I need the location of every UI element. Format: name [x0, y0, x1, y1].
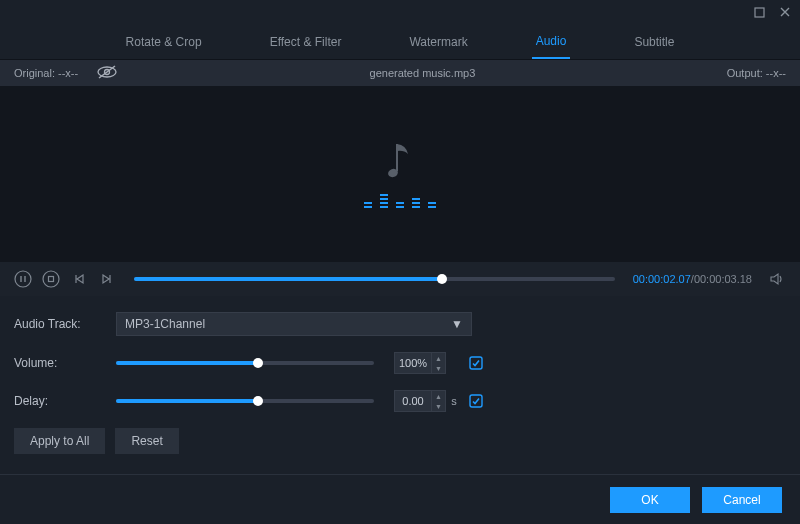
next-button[interactable] — [98, 270, 116, 288]
delay-value: 0.00 — [395, 395, 431, 407]
tab-watermark[interactable]: Watermark — [405, 26, 471, 58]
volume-down-arrow[interactable]: ▼ — [432, 363, 445, 373]
close-button[interactable] — [778, 5, 792, 19]
ok-button[interactable]: OK — [610, 487, 690, 513]
maximize-button[interactable] — [752, 5, 766, 19]
duration: 00:00:03.18 — [694, 273, 752, 285]
original-label: Original: --x-- — [14, 67, 78, 79]
music-note-icon — [386, 141, 414, 184]
volume-up-arrow[interactable]: ▲ — [432, 353, 445, 363]
output-label: Output: --x-- — [727, 67, 786, 79]
delay-slider[interactable] — [116, 399, 374, 403]
titlebar — [0, 0, 800, 24]
delay-down-arrow[interactable]: ▼ — [432, 401, 445, 411]
apply-to-all-button[interactable]: Apply to All — [14, 428, 105, 454]
volume-icon[interactable] — [768, 270, 786, 288]
volume-label: Volume: — [14, 356, 116, 370]
delay-spinner[interactable]: 0.00 ▲ ▼ — [394, 390, 446, 412]
audio-track-select[interactable]: MP3-1Channel ▼ — [116, 312, 472, 336]
seek-bar[interactable] — [134, 277, 615, 281]
tab-audio[interactable]: Audio — [532, 25, 571, 59]
delay-up-arrow[interactable]: ▲ — [432, 391, 445, 401]
player-bar: 00:00:02.07/00:00:03.18 — [0, 262, 800, 296]
eye-off-icon[interactable] — [96, 65, 118, 81]
footer: OK Cancel — [0, 474, 800, 524]
current-time: 00:00:02.07 — [633, 273, 691, 285]
preview-area — [0, 86, 800, 262]
pause-button[interactable] — [14, 270, 32, 288]
volume-slider[interactable] — [116, 361, 374, 365]
audio-track-value: MP3-1Channel — [125, 317, 205, 331]
time-display: 00:00:02.07/00:00:03.18 — [633, 273, 752, 285]
tab-bar: Rotate & Crop Effect & Filter Watermark … — [0, 24, 800, 60]
delay-unit: s — [446, 395, 462, 407]
tab-effect-filter[interactable]: Effect & Filter — [266, 26, 346, 58]
tab-rotate-crop[interactable]: Rotate & Crop — [122, 26, 206, 58]
equalizer-icon — [364, 194, 436, 208]
audio-track-label: Audio Track: — [14, 317, 116, 331]
delay-label: Delay: — [14, 394, 116, 408]
chevron-down-icon: ▼ — [451, 317, 463, 331]
stop-button[interactable] — [42, 270, 60, 288]
cancel-button[interactable]: Cancel — [702, 487, 782, 513]
filename: generated music.mp3 — [370, 67, 476, 79]
volume-spinner[interactable]: 100% ▲ ▼ — [394, 352, 446, 374]
settings-panel: Audio Track: MP3-1Channel ▼ Volume: 100%… — [0, 296, 800, 464]
prev-button[interactable] — [70, 270, 88, 288]
delay-reset-icon[interactable] — [468, 393, 484, 409]
svg-point-8 — [43, 271, 59, 287]
svg-rect-0 — [755, 8, 764, 17]
tab-subtitle[interactable]: Subtitle — [630, 26, 678, 58]
info-bar: Original: --x-- generated music.mp3 Outp… — [0, 60, 800, 86]
volume-reset-icon[interactable] — [468, 355, 484, 371]
reset-button[interactable]: Reset — [115, 428, 178, 454]
svg-rect-9 — [49, 277, 54, 282]
svg-point-5 — [15, 271, 31, 287]
volume-value: 100% — [395, 357, 431, 369]
